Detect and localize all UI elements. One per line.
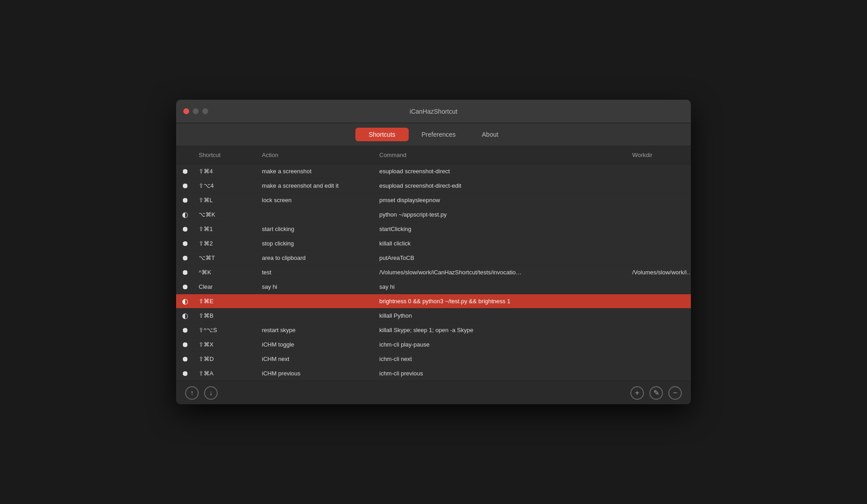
table-row[interactable]: ⏺ ⇧⌘D iCHM next ichm-cli next [176,352,691,366]
command-cell: brightness 0 && python3 ~/test.py && bri… [375,296,628,307]
workdir-cell [628,328,691,333]
move-up-button[interactable]: ↑ [185,386,199,400]
footer: ↑ ↓ + ✎ − [176,381,691,404]
toggle-cell[interactable]: ⏺ [176,367,194,380]
toggle-cell[interactable]: ⏺ [176,223,194,236]
toggle-cell[interactable]: ⏺ [176,324,194,337]
table-row[interactable]: ⏺ ⇧^⌥S restart skype killall Skype; slee… [176,323,691,338]
workdir-cell [628,227,691,231]
toggle-cell[interactable]: ⏺ [176,266,194,279]
action-cell: make a screenshot and edit it [257,180,375,191]
table-row[interactable]: ⏺ ^⌘K test /Volumes/slow/work/iCanHazSho… [176,265,691,280]
toggle-cell[interactable]: ⏺ [176,252,194,264]
table-row[interactable]: ◐ ⇧⌘B killall Python [176,309,691,323]
toggle-cell[interactable]: ⏺ [176,165,194,178]
shortcut-cell: ⇧^⌥S [194,324,257,336]
toggle-cell[interactable]: ⏺ [176,194,194,207]
command-cell: pmset displaysleepnow [375,194,628,206]
table-row[interactable]: ⏺ ⇧⌘A iCHM previous ichm-cli previous [176,366,691,381]
tab-about[interactable]: About [469,128,512,141]
tabs-bar: Shortcuts Preferences About [176,123,691,146]
footer-left: ↑ ↓ [185,386,218,400]
maximize-button[interactable] [202,108,208,114]
shortcut-cell: ⇧⌘L [194,194,257,206]
toggle-cell[interactable]: ⏺ [176,281,194,293]
window-title: iCanHazShortcut [410,108,457,115]
command-cell: killall Python [375,310,628,321]
toggle-cell[interactable]: ◐ [176,295,194,308]
table-row[interactable]: ⏺ Clear say hi say hi [176,280,691,294]
table-row[interactable]: ⏺ ⇧⌘L lock screen pmset displaysleepnow [176,193,691,208]
minimize-button[interactable] [193,108,199,114]
action-cell: say hi [257,281,375,292]
shortcut-cell: ⇧⌥4 [194,180,257,191]
workdir-cell [628,314,691,318]
titlebar: iCanHazShortcut [176,100,691,123]
footer-right: + ✎ − [630,386,682,400]
shortcut-cell: ^⌘K [194,267,257,278]
workdir-cell [628,299,691,304]
workdir-cell [628,342,691,347]
col-header-action: Action [257,150,375,160]
table-row[interactable]: ⏺ ⇧⌘1 start clicking startClicking [176,222,691,236]
shortcut-cell: ⇧⌘X [194,339,257,350]
traffic-lights [183,108,208,114]
close-button[interactable] [183,108,189,114]
app-window: iCanHazShortcut Shortcuts Preferences Ab… [176,100,691,404]
toggle-cell[interactable]: ⏺ [176,338,194,351]
shortcut-cell: ⇧⌘E [194,296,257,307]
remove-button[interactable]: − [668,386,682,400]
action-cell: start clicking [257,223,375,235]
shortcut-cell: ⇧⌘A [194,368,257,379]
table-body: ⏺ ⇧⌘4 make a screenshot esupload screens… [176,164,691,381]
table-row[interactable]: ◐ ⌥⌘K python ~/appscript-test.py [176,208,691,222]
shortcut-cell: ⇧⌘2 [194,238,257,249]
toggle-cell[interactable]: ⏺ [176,353,194,365]
command-cell: killall Skype; sleep 1; open -a Skype [375,324,628,336]
command-cell: putAreaToCB [375,252,628,264]
command-cell: ichm-cli play-pause [375,339,628,350]
tab-shortcuts[interactable]: Shortcuts [355,128,408,141]
table-row[interactable]: ⏺ ⌥⌘T area to clipboard putAreaToCB [176,251,691,265]
action-cell: restart skype [257,324,375,336]
command-cell: startClicking [375,223,628,235]
command-cell: esupload screenshot-direct [375,166,628,177]
workdir-cell [628,184,691,188]
table-row[interactable]: ◐ ⇧⌘E brightness 0 && python3 ~/test.py … [176,294,691,309]
action-cell: test [257,267,375,278]
command-cell: esupload screenshot-direct-edit [375,180,628,191]
shortcut-cell: ⌥⌘T [194,252,257,264]
table-row[interactable]: ⏺ ⇧⌘2 stop clicking killall cliclick [176,236,691,251]
workdir-cell [628,357,691,361]
action-cell: iCHM next [257,353,375,365]
workdir-cell [628,198,691,203]
toggle-cell[interactable]: ◐ [176,309,194,322]
tab-preferences[interactable]: Preferences [409,128,469,141]
toggle-cell[interactable]: ⏺ [176,180,194,192]
toggle-cell[interactable]: ⏺ [176,237,194,250]
shortcut-cell: ⇧⌘D [194,353,257,365]
workdir-cell [628,285,691,289]
action-cell: make a screenshot [257,166,375,177]
action-cell: lock screen [257,194,375,206]
table-row[interactable]: ⏺ ⇧⌥4 make a screenshot and edit it esup… [176,179,691,193]
shortcut-cell: Clear [194,281,257,292]
edit-button[interactable]: ✎ [649,386,663,400]
col-header-toggle [176,150,194,160]
action-cell: area to clipboard [257,252,375,264]
toggle-cell[interactable]: ◐ [176,208,194,221]
table-row[interactable]: ⏺ ⇧⌘4 make a screenshot esupload screens… [176,164,691,179]
add-button[interactable]: + [630,386,644,400]
action-cell: iCHM previous [257,368,375,379]
command-cell: ichm-cli next [375,353,628,365]
shortcut-cell: ⇧⌘1 [194,223,257,235]
action-cell: stop clicking [257,238,375,249]
command-cell: /Volumes/slow/work/iCanHazShortcut/tests… [375,267,628,278]
col-header-command: Command [375,150,628,160]
workdir-cell [628,371,691,376]
command-cell: say hi [375,281,628,292]
table-row[interactable]: ⏺ ⇧⌘X iCHM toggle ichm-cli play-pause [176,338,691,352]
workdir-cell: /Volumes/slow/work/i… [628,267,691,278]
move-down-button[interactable]: ↓ [204,386,218,400]
command-cell: killall cliclick [375,238,628,249]
